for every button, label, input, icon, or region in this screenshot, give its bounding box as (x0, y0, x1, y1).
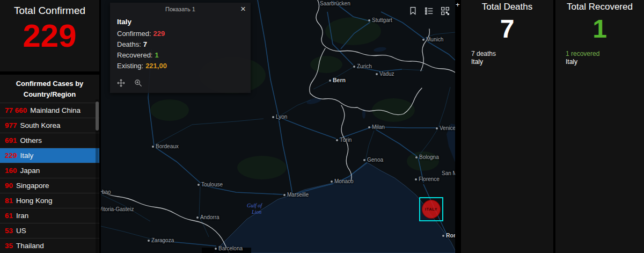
panel-divider-strip: + (455, 0, 461, 253)
map-label: San Ma (442, 170, 455, 176)
map-label: bao (102, 189, 111, 195)
map-label: Stuttgart (368, 17, 392, 23)
country-list: 77 660 Mainland China 977 South Korea 69… (0, 103, 99, 253)
list-scrollbar-track[interactable] (96, 99, 99, 253)
country-name: Mainland China (30, 106, 80, 114)
map-label: Zaragoza (148, 237, 174, 243)
selected-country-marker[interactable]: ITALY (419, 197, 443, 221)
popup-field-value: 7 (143, 40, 147, 48)
basemap-icon[interactable] (440, 5, 451, 17)
deaths-country-line: Italy (471, 58, 553, 66)
popup-country-name: Italy (117, 18, 244, 26)
case-bubble[interactable]: ITALY (422, 200, 441, 219)
popup-field-label: Deaths: (117, 40, 141, 48)
popup-field: Recovered:1 (117, 50, 244, 61)
left-panel: Total Confirmed 229 Confirmed Cases by C… (0, 0, 99, 253)
city-dot-icon (353, 66, 355, 68)
list-item[interactable]: 61 Iran (0, 208, 99, 223)
map-area[interactable]: SaarbrückenStuttgartMunichZurichVaduzBer… (101, 0, 455, 253)
map-label: Monaco (331, 178, 354, 184)
country-name: Iran (16, 212, 28, 220)
map-label: Saarbrücken (320, 1, 350, 6)
popup-tools (117, 79, 142, 89)
pan-icon[interactable] (117, 79, 125, 89)
map-label: Florence (415, 176, 440, 182)
map-label: Vitoria-Gasteiz (101, 206, 134, 212)
country-count: 61 (5, 212, 13, 220)
map-label: Lyon (272, 114, 287, 120)
city-dot-icon (336, 139, 338, 141)
deaths-detail-line: 7 deaths (471, 50, 553, 58)
country-count: 35 (5, 242, 13, 250)
total-recovered-panel: Total Recovered 1 1 recovered Italy (555, 0, 644, 253)
popup-field: Existing:221,00 (117, 61, 244, 71)
city-dot-icon (272, 116, 274, 118)
city-dot-icon (197, 184, 200, 186)
map-toolbar (407, 5, 451, 17)
popup-field-label: Existing: (117, 62, 143, 70)
close-icon[interactable]: × (240, 4, 246, 15)
list-item[interactable]: 160 Japan (0, 163, 99, 178)
country-name: Hong Kong (16, 197, 53, 205)
country-list-header-line2: Country/Region (24, 90, 76, 98)
total-recovered-details: 1 recovered Italy (555, 50, 644, 66)
map-label: Rome (442, 232, 455, 238)
total-recovered-title: Total Recovered (555, 0, 644, 12)
list-item[interactable]: 90 Singapore (0, 178, 99, 193)
map-label: Zurich (353, 63, 372, 69)
recovered-country-line: Italy (566, 58, 644, 66)
list-scrollbar-thumb[interactable] (96, 102, 99, 131)
country-list-header-line1: Confirmed Cases by (16, 79, 84, 88)
city-dot-icon (368, 19, 370, 21)
map-label: Bern (329, 77, 346, 83)
popup-field-value: 1 (155, 51, 158, 59)
list-item[interactable]: 53 US (0, 223, 99, 238)
country-name: Thailand (16, 242, 44, 250)
legend-icon[interactable] (423, 5, 435, 17)
recovered-detail-line: 1 recovered (566, 50, 644, 58)
bookmark-icon[interactable] (407, 5, 419, 17)
case-bubble-label: ITALY (425, 207, 437, 212)
city-dot-icon (331, 180, 333, 183)
city-dot-icon (283, 194, 286, 196)
total-recovered-value: 1 (555, 16, 644, 42)
map-label: Marseille (283, 192, 309, 198)
list-item[interactable]: 691 Others (0, 133, 99, 148)
app-root: Total Confirmed 229 Confirmed Cases by C… (0, 0, 644, 253)
country-name: Others (20, 136, 42, 144)
map-label: Barcelona (215, 245, 243, 251)
map-label: Milan (368, 124, 385, 130)
list-item[interactable]: 77 660 Mainland China (0, 103, 99, 118)
map-label: Bologna (415, 154, 439, 160)
popup-fields: Confirmed:229 Deaths:7 Recovered:1 Exist… (117, 28, 244, 71)
list-item[interactable]: 229 Italy (0, 148, 99, 163)
country-count: 53 (5, 227, 13, 235)
city-dot-icon (436, 127, 438, 129)
map-label: Munich (422, 37, 443, 42)
country-count: 90 (5, 182, 13, 190)
country-name: South Korea (20, 121, 61, 129)
total-deaths-details: 7 deaths Italy (461, 50, 553, 66)
country-count: 691 (5, 136, 17, 144)
country-name: US (16, 227, 26, 235)
list-item[interactable]: 977 South Korea (0, 118, 99, 133)
popup-field-value: 229 (153, 30, 165, 38)
expand-panel-button[interactable]: + (456, 1, 460, 9)
zoom-to-icon[interactable] (134, 79, 142, 89)
popup-field: Confirmed:229 (117, 28, 244, 39)
map-label: Gulf of (247, 203, 262, 208)
popup-field-label: Confirmed: (117, 30, 151, 38)
city-dot-icon (368, 126, 370, 128)
city-dot-icon (442, 235, 444, 237)
city-dot-icon (415, 156, 418, 158)
list-item[interactable]: 35 Thailand (0, 238, 99, 253)
city-dot-icon (415, 178, 417, 180)
country-name: Italy (20, 151, 34, 160)
country-list-panel: Confirmed Cases by Country/Region 77 660… (0, 75, 99, 253)
list-item[interactable]: 81 Hong Kong (0, 193, 99, 208)
city-dot-icon (422, 39, 425, 41)
map-label: Toulouse (197, 182, 223, 187)
popup-header-title: Показать 1 (165, 6, 195, 12)
popup-header: Показать 1 × (110, 3, 251, 16)
map-label: Bordeaux (152, 143, 179, 149)
